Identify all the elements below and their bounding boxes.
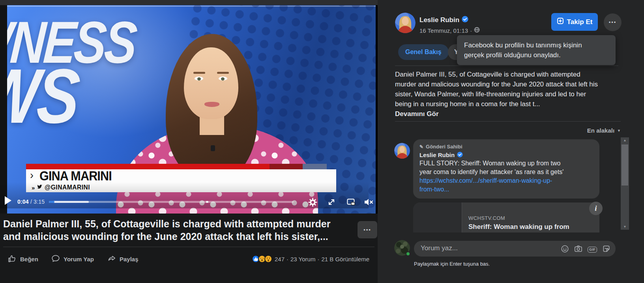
- right-panel: Leslie Rubin 16 Temmuz, 01:13 · Takip Et…: [378, 0, 644, 283]
- studio-backdrop-word-bottom: WS: [7, 52, 81, 141]
- share-arrow-icon: [107, 254, 116, 264]
- current-time: 0:04: [17, 199, 29, 205]
- progress-bar[interactable]: [49, 201, 294, 203]
- post-body-line2: murder and malicious wounding for the Ju…: [395, 79, 622, 89]
- view-count: 21 B Görüntüleme: [321, 256, 369, 262]
- actions-divider: [3, 247, 374, 247]
- comment-input[interactable]: Yorum yaz... GIF: [414, 241, 616, 257]
- follow-plus-icon: [557, 17, 564, 26]
- anchor-brow-right: [217, 72, 229, 74]
- comment-input-placeholder: Yorum yaz...: [421, 244, 458, 252]
- composer-enter-hint: Paylaşmak için Enter tuşuna bas.: [414, 261, 490, 267]
- mute-icon[interactable]: [363, 197, 374, 207]
- picture-in-picture-icon[interactable]: [346, 197, 356, 207]
- lavalier-mic: [211, 145, 215, 151]
- more-icon: •••: [363, 227, 371, 233]
- like-button[interactable]: Beğen: [8, 253, 38, 265]
- comment-author-name[interactable]: Leslie Rubin: [419, 152, 455, 158]
- comment-text-line2: year coma to identify her attacker 'as r…: [419, 168, 593, 176]
- follow-button[interactable]: Takip Et: [551, 13, 598, 31]
- post-date[interactable]: 16 Temmuz, 01:13: [419, 27, 468, 34]
- post-title: Daniel Palmer III, 55, of Cottageville i…: [3, 217, 352, 243]
- chapter-marker: [206, 201, 208, 203]
- played-bar: [49, 201, 54, 203]
- date-separator: ·: [470, 27, 472, 34]
- comments-scrollbar[interactable]: ▲ ▼: [621, 137, 629, 230]
- verified-badge-icon[interactable]: [462, 16, 468, 24]
- scroll-up-icon[interactable]: ▲: [621, 139, 629, 142]
- tab-overview[interactable]: Genel Bakış: [398, 44, 449, 60]
- player-top-letterbox: [0, 0, 378, 5]
- verified-tooltip: Facebook bu profilin bu tanınmış kişinin…: [457, 35, 616, 65]
- see-more-link[interactable]: Devamını Gör: [395, 109, 622, 119]
- sticker-icon[interactable]: [602, 245, 610, 255]
- comment-bubble[interactable]: ✎ Gönderi Sahibi Leslie Rubin FULL STORY…: [413, 139, 599, 199]
- comments-list[interactable]: ✎ Gönderi Sahibi Leslie Rubin FULL STORY…: [378, 133, 644, 232]
- author-name[interactable]: Leslie Rubin: [419, 16, 459, 24]
- comment-text-line1: FULL STORY: Sheriff: Woman waking up fro…: [419, 159, 593, 168]
- comment-author-row[interactable]: Leslie Rubin: [419, 151, 593, 159]
- anchor-lips: [204, 102, 219, 107]
- post-title-line1: Daniel Palmer III, 55, of Cottageville i…: [3, 217, 352, 230]
- post-body-text: Daniel Palmer III, 55, of Cottageville i…: [395, 69, 622, 119]
- buffered-bar: [49, 201, 89, 203]
- gif-icon[interactable]: GIF: [588, 247, 597, 253]
- lower-third-chevron: ›: [30, 169, 34, 182]
- post-date-row[interactable]: 16 Temmuz, 01:13 ·: [419, 27, 480, 34]
- scrollbar-thumb[interactable]: [622, 144, 628, 186]
- wow-reaction-icon[interactable]: [264, 255, 272, 263]
- post-body-line3: sister, Wanda Palmer, with life-threaten…: [395, 89, 622, 99]
- post-author-badge: ✎ Gönderi Sahibi: [419, 143, 593, 150]
- link-preview-thumbnail: [413, 202, 462, 232]
- verified-tooltip-line2: gerçek profili olduğunu onayladı.: [464, 50, 608, 60]
- anchor-iris-left: [197, 77, 201, 81]
- post-title-line2: and malicious wounding for the June 2020…: [3, 230, 352, 243]
- post-more-button[interactable]: •••: [358, 221, 377, 238]
- info-icon: i: [595, 204, 597, 213]
- share-button[interactable]: Paylaş: [107, 253, 139, 265]
- settings-gear-icon[interactable]: [307, 197, 318, 207]
- post-stats[interactable]: 247 · 23 Yorum · 21 B Görüntüleme: [252, 254, 369, 264]
- lower-third-name: GINA MARINI: [39, 168, 112, 184]
- post-body-line4: being in a nursing home in a coma for th…: [395, 99, 622, 109]
- emoji-icon[interactable]: [561, 245, 569, 255]
- author-name-row[interactable]: Leslie Rubin: [419, 16, 468, 24]
- stats-separator: ·: [286, 256, 288, 262]
- like-label: Beğen: [20, 256, 38, 262]
- comment-count[interactable]: 23 Yorum: [290, 256, 315, 262]
- post-body-line1: Daniel Palmer III, 55, of Cottageville i…: [395, 69, 622, 79]
- comment-button[interactable]: Yorum Yap: [51, 253, 94, 265]
- comment-author-avatar[interactable]: [394, 143, 410, 159]
- sort-caret-icon: ▼: [617, 129, 621, 133]
- video-player[interactable]: WNESS WS ›: [0, 0, 378, 214]
- play-icon[interactable]: [5, 196, 11, 205]
- time-separator: /: [30, 199, 32, 205]
- pencil-icon: ✎: [419, 144, 423, 150]
- comment-label: Yorum Yap: [64, 256, 94, 262]
- anchor-iris-right: [221, 77, 225, 81]
- comments-divider: [395, 121, 621, 122]
- video-duration: 3:15: [34, 199, 45, 205]
- facebook-video-page: WNESS WS ›: [0, 0, 644, 283]
- globe-privacy-icon: [474, 27, 480, 34]
- reaction-count[interactable]: 247: [275, 256, 285, 262]
- camera-icon[interactable]: [574, 245, 582, 255]
- link-preview-source: WCHSTV.COM: [468, 215, 505, 221]
- thumb-up-icon: [8, 254, 17, 264]
- fullscreen-icon[interactable]: [326, 197, 337, 207]
- stats-separator: ·: [317, 256, 319, 262]
- link-info-button[interactable]: i: [589, 202, 603, 215]
- post-author-badge-label: Gönderi Sahibi: [426, 144, 462, 150]
- share-label: Paylaş: [120, 256, 139, 262]
- scroll-down-icon[interactable]: ▼: [621, 225, 629, 229]
- verified-badge-icon: [457, 152, 463, 159]
- online-status-dot: [406, 251, 410, 256]
- header-more-button[interactable]: •••: [604, 13, 622, 31]
- link-preview-title[interactable]: Sheriff: Woman waking up from: [468, 223, 569, 231]
- comment-link-line2[interactable]: from-two...: [419, 185, 593, 194]
- link-preview-card[interactable]: WCHSTV.COM Sheriff: Woman waking up from: [413, 202, 599, 232]
- author-avatar[interactable]: [395, 13, 416, 33]
- comment-link-line1[interactable]: https://wchstv.com/.../sheriff-woman-wak…: [419, 176, 593, 185]
- follow-button-label: Takip Et: [567, 18, 593, 26]
- anchor-brow-left: [193, 72, 205, 74]
